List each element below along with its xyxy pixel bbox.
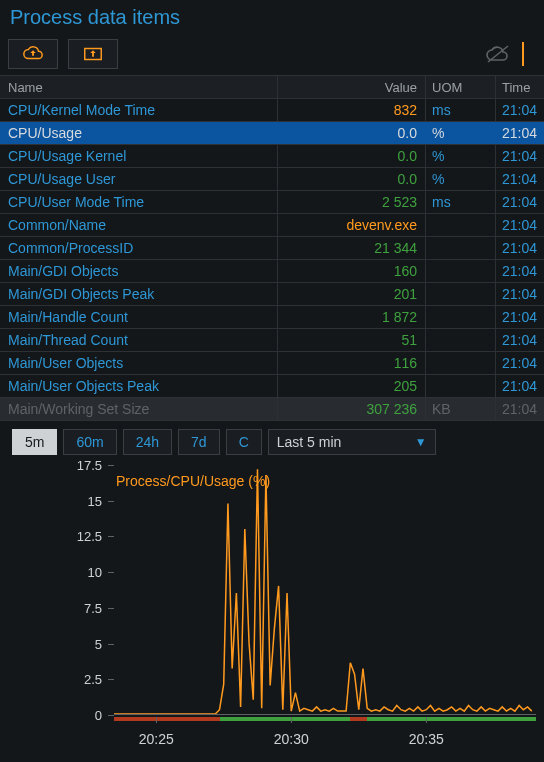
cell-uom xyxy=(426,283,496,305)
cell-name[interactable]: Main/User Objects Peak xyxy=(0,375,278,397)
table-row[interactable]: CPU/Usage Kernel0.0%21:04 xyxy=(0,145,544,168)
export-button[interactable] xyxy=(68,39,118,69)
y-tick-label: 12.5 xyxy=(77,529,102,544)
cell-name[interactable]: CPU/User Mode Time xyxy=(0,191,278,213)
chart: Process/CPU/Usage (%) 02.557.51012.51517… xyxy=(8,465,536,755)
cloud-upload-icon xyxy=(22,45,44,63)
col-header-uom[interactable]: UOM xyxy=(426,76,496,98)
cell-time: 21:04 xyxy=(496,398,544,420)
cell-name[interactable]: Main/Thread Count xyxy=(0,329,278,351)
cell-name[interactable]: Main/GDI Objects xyxy=(0,260,278,282)
cell-value: 2 523 xyxy=(278,191,426,213)
table-row[interactable]: Main/GDI Objects Peak20121:04 xyxy=(0,283,544,306)
cell-time: 21:04 xyxy=(496,214,544,236)
table-row[interactable]: Main/User Objects11621:04 xyxy=(0,352,544,375)
table-header: Name Value UOM Time xyxy=(0,76,544,99)
cell-uom xyxy=(426,306,496,328)
data-table: Name Value UOM Time CPU/Kernel Mode Time… xyxy=(0,75,544,421)
table-row[interactable]: Main/Handle Count1 87221:04 xyxy=(0,306,544,329)
y-tick-label: 15 xyxy=(88,493,102,508)
range-button-60m[interactable]: 60m xyxy=(63,429,116,455)
table-row[interactable]: CPU/Usage0.0%21:04 xyxy=(0,122,544,145)
y-tick-label: 5 xyxy=(95,636,102,651)
cell-name[interactable]: Main/User Objects xyxy=(0,352,278,374)
status-segment xyxy=(114,717,220,721)
range-button-24h[interactable]: 24h xyxy=(123,429,172,455)
upload-cloud-button[interactable] xyxy=(8,39,58,69)
y-tick-label: 7.5 xyxy=(84,600,102,615)
cell-value: devenv.exe xyxy=(278,214,426,236)
page-title: Process data items xyxy=(0,0,544,33)
cell-uom: KB xyxy=(426,398,496,420)
cell-time: 21:04 xyxy=(496,375,544,397)
y-tick-label: 17.5 xyxy=(77,458,102,473)
chart-plot[interactable] xyxy=(114,465,536,715)
range-button-C[interactable]: C xyxy=(226,429,262,455)
table-row[interactable]: Main/GDI Objects16021:04 xyxy=(0,260,544,283)
col-header-name[interactable]: Name xyxy=(0,76,278,98)
export-icon xyxy=(82,45,104,63)
table-row[interactable]: CPU/Kernel Mode Time832ms21:04 xyxy=(0,99,544,122)
x-tick-label: 20:25 xyxy=(139,731,174,747)
cell-value: 160 xyxy=(278,260,426,282)
range-select[interactable]: Last 5 min ▼ xyxy=(268,429,436,455)
cell-time: 21:04 xyxy=(496,329,544,351)
col-header-time[interactable]: Time xyxy=(496,76,544,98)
range-button-5m[interactable]: 5m xyxy=(12,429,57,455)
chevron-down-icon: ▼ xyxy=(415,435,427,449)
cell-value: 0.0 xyxy=(278,122,426,144)
cell-uom xyxy=(426,352,496,374)
expand-button[interactable] xyxy=(522,42,536,66)
cell-value: 51 xyxy=(278,329,426,351)
cell-value: 0.0 xyxy=(278,168,426,190)
status-segment xyxy=(350,717,367,721)
table-row[interactable]: CPU/User Mode Time2 523ms21:04 xyxy=(0,191,544,214)
cell-time: 21:04 xyxy=(496,260,544,282)
table-row[interactable]: Common/Namedevenv.exe21:04 xyxy=(0,214,544,237)
cell-value: 116 xyxy=(278,352,426,374)
cell-uom: % xyxy=(426,145,496,167)
cell-uom xyxy=(426,329,496,351)
table-row[interactable]: Main/Working Set Size307 236KB21:04 xyxy=(0,398,544,421)
cell-value: 21 344 xyxy=(278,237,426,259)
cell-uom xyxy=(426,214,496,236)
status-segment xyxy=(367,717,536,721)
table-row[interactable]: CPU/Usage User0.0%21:04 xyxy=(0,168,544,191)
cell-value: 201 xyxy=(278,283,426,305)
cell-value: 0.0 xyxy=(278,145,426,167)
cell-name[interactable]: CPU/Kernel Mode Time xyxy=(0,99,278,121)
x-tick-label: 20:30 xyxy=(274,731,309,747)
cell-name[interactable]: CPU/Usage xyxy=(0,122,278,144)
cell-name[interactable]: Main/Handle Count xyxy=(0,306,278,328)
status-segment xyxy=(220,717,351,721)
range-select-label: Last 5 min xyxy=(277,434,342,450)
cell-name[interactable]: Common/ProcessID xyxy=(0,237,278,259)
cell-uom xyxy=(426,260,496,282)
cell-name[interactable]: Common/Name xyxy=(0,214,278,236)
cell-name[interactable]: Main/GDI Objects Peak xyxy=(0,283,278,305)
cell-uom: ms xyxy=(426,191,496,213)
col-header-value[interactable]: Value xyxy=(278,76,426,98)
table-row[interactable]: Main/Thread Count5121:04 xyxy=(0,329,544,352)
cell-uom: % xyxy=(426,168,496,190)
cell-uom xyxy=(426,375,496,397)
cell-time: 21:04 xyxy=(496,352,544,374)
table-row[interactable]: Common/ProcessID21 34421:04 xyxy=(0,237,544,260)
x-tick-label: 20:35 xyxy=(409,731,444,747)
table-row[interactable]: Main/User Objects Peak20521:04 xyxy=(0,375,544,398)
cell-time: 21:04 xyxy=(496,306,544,328)
chart-title: Process/CPU/Usage (%) xyxy=(116,473,270,489)
cell-name[interactable]: CPU/Usage User xyxy=(0,168,278,190)
toolbar xyxy=(0,33,544,75)
range-bar: 5m60m24h7dC Last 5 min ▼ xyxy=(0,421,544,461)
cell-name[interactable]: Main/Working Set Size xyxy=(0,398,278,420)
cell-time: 21:04 xyxy=(496,122,544,144)
cell-time: 21:04 xyxy=(496,99,544,121)
cell-name[interactable]: CPU/Usage Kernel xyxy=(0,145,278,167)
range-button-7d[interactable]: 7d xyxy=(178,429,220,455)
cell-value: 1 872 xyxy=(278,306,426,328)
cell-uom xyxy=(426,237,496,259)
cell-value: 832 xyxy=(278,99,426,121)
y-tick-label: 2.5 xyxy=(84,672,102,687)
cell-time: 21:04 xyxy=(496,191,544,213)
